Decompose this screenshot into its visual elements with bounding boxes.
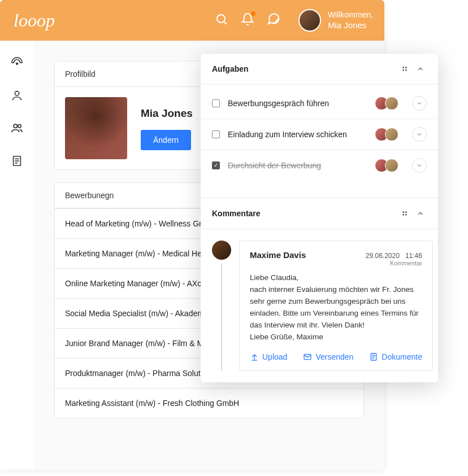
svg-point-15	[405, 212, 406, 213]
assignee-avatar	[385, 128, 398, 141]
task-row: Einladung zum Interview schicken	[201, 119, 438, 150]
change-button[interactable]: Ändern	[141, 130, 191, 150]
profile-picture	[65, 97, 127, 159]
document-icon[interactable]	[11, 155, 23, 169]
task-checkbox[interactable]	[212, 99, 220, 107]
assignees	[378, 128, 398, 141]
side-panel: Aufgaben Bewerbungsgespräch führen Einla…	[201, 54, 438, 382]
chat-icon[interactable]	[267, 12, 280, 28]
task-label: Durchsicht der Bewerbung	[228, 161, 370, 170]
user-menu[interactable]: Willkommen, Mia Jones	[298, 9, 373, 32]
avatar	[298, 9, 321, 32]
comment-time: 11:46	[405, 252, 422, 260]
drag-handle-icon[interactable]	[398, 63, 411, 75]
svg-point-5	[18, 125, 21, 128]
collapse-icon[interactable]	[414, 207, 427, 220]
comments-title: Kommentare	[212, 209, 398, 218]
notification-dot	[251, 11, 255, 16]
send-label: Versenden	[315, 352, 353, 361]
svg-point-14	[403, 212, 404, 213]
svg-point-16	[403, 214, 404, 215]
welcome-name: Mia Jones	[328, 20, 373, 31]
dashboard-icon[interactable]	[11, 56, 23, 71]
profile-name: Mia Jones	[141, 107, 193, 120]
comment-date: 29.06.2020	[366, 252, 400, 260]
collapse-icon[interactable]	[414, 63, 427, 75]
documents-label: Dokumente	[382, 352, 422, 361]
app-header: looop Willkommen, Mia Jones	[0, 0, 384, 41]
svg-point-4	[14, 124, 17, 128]
svg-point-12	[403, 69, 404, 71]
tasks-header: Aufgaben	[201, 54, 438, 85]
task-label: Einladung zum Interview schicken	[228, 130, 370, 139]
svg-point-13	[405, 69, 406, 71]
drag-handle-icon[interactable]	[398, 207, 411, 220]
assignees	[378, 159, 398, 172]
task-checkbox[interactable]	[212, 130, 220, 138]
search-icon[interactable]	[215, 12, 228, 28]
tasks-title: Aufgaben	[212, 64, 398, 73]
svg-line-1	[224, 22, 227, 25]
users-icon[interactable]	[11, 122, 23, 137]
svg-point-11	[405, 67, 406, 68]
assignee-avatar	[385, 97, 398, 110]
documents-action[interactable]: Dokumente	[369, 352, 422, 361]
svg-point-17	[405, 214, 406, 215]
sidebar	[0, 41, 34, 169]
task-row: Bewerbungsgespräch führen	[201, 88, 438, 119]
svg-point-2	[16, 63, 18, 64]
logo: looop	[14, 10, 55, 31]
comment-avatar	[212, 241, 231, 260]
task-row: Durchsicht der Bewerbung	[201, 150, 438, 181]
bell-icon[interactable]	[241, 12, 254, 28]
comment-author: Maxime Davis	[250, 250, 366, 260]
upload-action[interactable]: Upload	[250, 352, 287, 361]
task-menu-button[interactable]	[412, 96, 427, 111]
send-action[interactable]: Versenden	[303, 352, 353, 361]
svg-point-3	[15, 91, 19, 95]
comments-header: Kommentare	[201, 198, 438, 229]
welcome-label: Willkommen,	[328, 10, 373, 20]
comment-card: Maxime Davis 29.06.2020 11:46 Kommentar …	[239, 241, 433, 371]
comment-body: Liebe Claudia, nach interner Evaluierung…	[250, 272, 422, 343]
application-row[interactable]: Marketing Assistant (m/w) - Fresh Clothi…	[55, 388, 363, 418]
assignee-avatar	[385, 159, 398, 172]
task-menu-button[interactable]	[412, 127, 427, 142]
svg-point-10	[403, 67, 404, 68]
user-icon[interactable]	[11, 89, 23, 104]
task-list: Bewerbungsgespräch führen Einladung zum …	[201, 85, 438, 186]
timeline-line	[221, 263, 222, 371]
assignees	[378, 97, 398, 110]
comments-body: Maxime Davis 29.06.2020 11:46 Kommentar …	[201, 229, 438, 382]
svg-point-0	[217, 15, 225, 23]
task-checkbox[interactable]	[212, 161, 220, 169]
task-label: Bewerbungsgespräch führen	[228, 99, 370, 108]
comment-type: Kommentar	[366, 260, 422, 267]
upload-label: Upload	[262, 352, 287, 361]
task-menu-button[interactable]	[412, 158, 427, 173]
